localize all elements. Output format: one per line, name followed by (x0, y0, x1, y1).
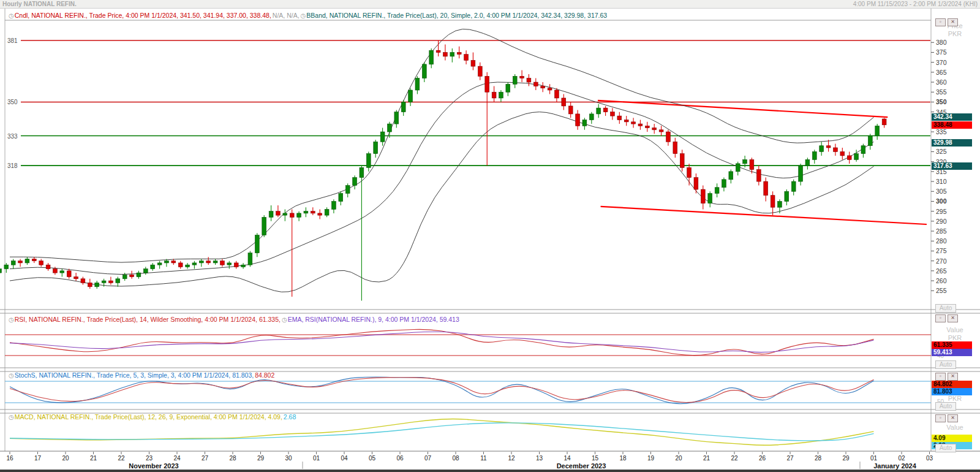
day-label: 11 (476, 455, 492, 462)
candle-body (812, 151, 816, 159)
candle-body (499, 92, 503, 98)
candle-body (81, 279, 85, 283)
month-label: December 2023 (538, 462, 624, 470)
candle-body (248, 253, 252, 265)
stoch-panel-close-icon[interactable]: ✕ (948, 373, 958, 381)
day-label: 15 (587, 455, 603, 462)
candle-body (353, 178, 357, 186)
candle-body (137, 273, 141, 276)
price-panel-minimize-icon[interactable]: ▫ (935, 18, 946, 26)
candle-body (840, 151, 845, 155)
clock-icon: ◷ (9, 414, 14, 421)
rsi-axis-unit-label: PKR (933, 334, 976, 341)
candle-body (680, 154, 684, 168)
candle-body (234, 263, 238, 267)
candle-body (520, 76, 524, 78)
macd-panel-window-buttons: ▫✕ (935, 414, 958, 422)
candle-body (548, 88, 552, 90)
candle-body (882, 119, 886, 125)
day-label: 21 (699, 455, 715, 462)
day-label: 07 (420, 455, 436, 462)
stoch-panel-legend[interactable]: ◷StochS, NATIONAL REFIN., Trade Price, 5… (9, 371, 276, 379)
candle-body (255, 235, 259, 253)
macd-panel-close-icon[interactable]: ✕ (948, 414, 958, 422)
candle-body (492, 92, 496, 98)
candle-body (652, 128, 657, 130)
price-panel-close-icon[interactable]: ✕ (948, 18, 958, 26)
legend-text: 84.802 (255, 371, 274, 379)
candle-body (18, 261, 23, 263)
candle-body (736, 164, 740, 172)
candle-body (645, 126, 649, 128)
bollinger-middle (10, 82, 874, 274)
candle-body (332, 201, 336, 209)
candle-body (157, 263, 162, 265)
candle-body (67, 271, 71, 277)
price-tick-label: 270 (936, 257, 947, 265)
candle-body (39, 261, 43, 265)
candle-body (541, 86, 545, 88)
rsi-panel-minimize-icon[interactable]: ▫ (935, 314, 946, 322)
candle-body (756, 170, 761, 181)
candle-body (861, 146, 865, 154)
candle-body (318, 213, 322, 215)
price-axis-auto-button[interactable]: Auto (935, 304, 956, 313)
candle-body (276, 211, 281, 215)
candle-body (729, 172, 733, 180)
candle-body (791, 181, 796, 191)
candle-body (478, 66, 482, 76)
candle-body (834, 148, 838, 151)
candle-body (555, 90, 559, 98)
candle-body (722, 180, 726, 188)
rsi-axis-auto-button[interactable]: Auto (935, 360, 956, 369)
macd-value-badge: 4.09 (932, 435, 972, 442)
legend-text: RSI, NATIONAL REFIN., Trade Price(Last),… (15, 316, 281, 323)
price-tick-label: 375 (936, 48, 947, 56)
candle-body (485, 76, 489, 92)
price-tick-label: 365 (936, 69, 947, 76)
macd-panel-minimize-icon[interactable]: ▫ (935, 414, 946, 422)
macd-line (10, 419, 874, 446)
price-tick-label: 280 (936, 237, 947, 245)
day-label: 06 (392, 455, 408, 462)
candle-body (694, 178, 698, 189)
price-panel-window-buttons: ▫✕ (935, 18, 958, 26)
clock-icon: ◷ (9, 372, 14, 379)
day-label: 12 (503, 455, 519, 462)
candle-body (192, 263, 197, 265)
candle-body (624, 120, 628, 122)
rsi-panel-legend[interactable]: ◷RSI, NATIONAL REFIN., Trade Price(Last)… (9, 316, 461, 324)
price-panel-legend[interactable]: ◷Cndl, NATIONAL REFIN., Trade Price, 4:0… (9, 12, 608, 20)
candle-body (868, 136, 872, 146)
candle-body (805, 159, 810, 166)
candle-body (464, 55, 469, 61)
stoch-axis-auto-button[interactable]: Auto (935, 402, 956, 411)
stoch-panel-minimize-icon[interactable]: ▫ (935, 373, 946, 381)
candle-body (401, 102, 405, 112)
candle-body (283, 213, 287, 215)
day-label: 13 (532, 455, 548, 462)
candle-body (60, 271, 64, 273)
candle-body (227, 263, 232, 265)
day-label: 01 (309, 455, 325, 462)
price-tick-label: 350 (936, 98, 947, 105)
macd-signal-line (10, 423, 874, 441)
day-label: 27 (782, 455, 798, 462)
clock-icon: ◷ (9, 316, 14, 323)
price-tick-label: 380 (936, 39, 947, 46)
candle-body (345, 186, 350, 194)
rsi-panel-close-icon[interactable]: ✕ (948, 314, 958, 322)
candle-body (116, 279, 120, 283)
candle-body (380, 132, 385, 142)
legend-text: N/A, N/A, (273, 12, 300, 19)
bollinger-lower (10, 112, 874, 292)
price-tick-label: 370 (936, 59, 947, 66)
macd-axis-auto-button[interactable]: Auto (935, 444, 956, 452)
day-label: 17 (30, 455, 46, 462)
macd-panel-legend[interactable]: ◷MACD, NATIONAL REFIN., Trade Price(Last… (9, 413, 297, 421)
bollinger-upper (10, 29, 874, 262)
chart-canvas: 3803753703653603553503453353253203153103… (0, 0, 980, 472)
day-label: 23 (141, 455, 157, 462)
day-label: 02 (894, 455, 910, 462)
candle-body (130, 275, 134, 276)
